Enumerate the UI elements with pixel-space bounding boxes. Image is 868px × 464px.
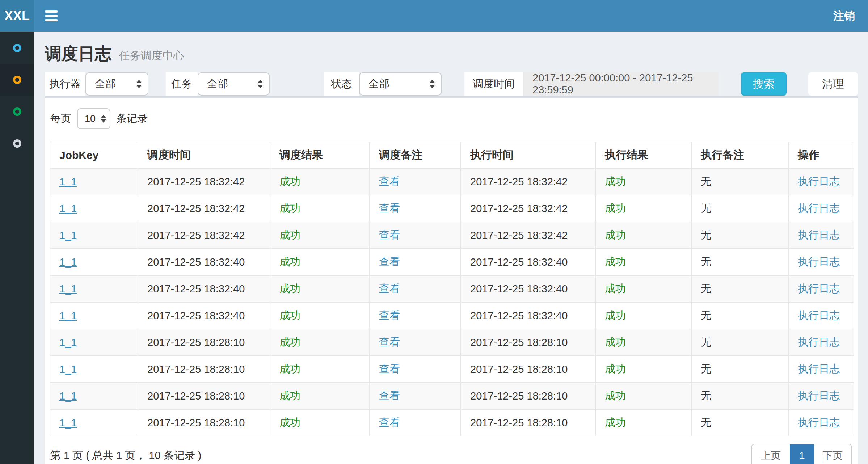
jobkey-link[interactable]: 1_1 bbox=[59, 203, 77, 214]
jobkey-link[interactable]: 1_1 bbox=[59, 229, 77, 241]
view-link[interactable]: 查看 bbox=[379, 390, 400, 401]
pagination-page-1-button[interactable]: 1 bbox=[790, 444, 814, 464]
status-filter-select[interactable]: 全部 bbox=[359, 72, 442, 96]
handle-time-cell-cell: 2017-12-25 18:32:42 bbox=[461, 168, 595, 195]
trigger-time-range-input[interactable]: 2017-12-25 00:00:00 - 2017-12-25 23:59:5… bbox=[523, 72, 719, 96]
table-row: 1_12017-12-25 18:32:40成功查看2017-12-25 18:… bbox=[50, 302, 854, 329]
trigger-result: 成功 bbox=[279, 202, 300, 214]
view-link-cell: 查看 bbox=[370, 356, 461, 383]
handle-time-cell: 2017-12-25 18:32:40 bbox=[470, 256, 568, 268]
handle-time-cell: 2017-12-25 18:28:10 bbox=[470, 337, 568, 348]
jobkey-link[interactable]: 1_1 bbox=[59, 283, 77, 295]
trigger-time-cell-cell: 2017-12-25 18:28:10 bbox=[138, 383, 270, 409]
table-header-row: JobKey调度时间调度结果调度备注执行时间执行结果执行备注操作 bbox=[50, 142, 854, 168]
handle-time-cell-cell: 2017-12-25 18:32:42 bbox=[461, 222, 595, 249]
exec-log-link[interactable]: 执行日志 bbox=[798, 309, 840, 321]
jobkey-link-cell: 1_1 bbox=[50, 275, 138, 302]
handle-time-cell-cell: 2017-12-25 18:32:40 bbox=[461, 302, 595, 329]
jobkey-link[interactable]: 1_1 bbox=[59, 390, 77, 402]
top-navbar: XXL 注销 bbox=[0, 0, 868, 32]
exec-log-link[interactable]: 执行日志 bbox=[798, 256, 840, 267]
jobkey-link[interactable]: 1_1 bbox=[59, 256, 77, 268]
handle-result-cell: 成功 bbox=[595, 168, 691, 195]
status-filter-value: 全部 bbox=[368, 77, 424, 91]
trigger-time-cell-cell: 2017-12-25 18:32:42 bbox=[138, 222, 270, 249]
trigger-result: 成功 bbox=[279, 336, 300, 348]
navbar-main: 注销 bbox=[34, 0, 868, 32]
view-link[interactable]: 查看 bbox=[379, 202, 400, 214]
handle-msg-cell: 无 bbox=[701, 417, 711, 428]
view-link[interactable]: 查看 bbox=[379, 256, 400, 267]
handle-msg-cell-cell: 无 bbox=[691, 222, 788, 249]
handle-result: 成功 bbox=[605, 202, 626, 214]
sidebar-item-1[interactable] bbox=[0, 32, 34, 64]
view-link[interactable]: 查看 bbox=[379, 176, 400, 187]
sidebar-toggle-button[interactable] bbox=[34, 0, 69, 32]
logout-link[interactable]: 注销 bbox=[833, 9, 868, 24]
jobkey-link[interactable]: 1_1 bbox=[59, 337, 77, 348]
pagination-next-button[interactable]: 下页 bbox=[814, 444, 851, 464]
exec-log-link[interactable]: 执行日志 bbox=[798, 336, 840, 348]
job-filter-group: 任务 全部 bbox=[166, 72, 270, 96]
executor-filter-value: 全部 bbox=[95, 77, 131, 91]
trigger-time-cell: 2017-12-25 18:28:10 bbox=[147, 417, 245, 429]
handle-msg-cell: 无 bbox=[701, 202, 711, 214]
handle-msg-cell: 无 bbox=[701, 363, 711, 375]
view-link[interactable]: 查看 bbox=[379, 417, 400, 428]
exec-log-link[interactable]: 执行日志 bbox=[798, 363, 840, 375]
view-link[interactable]: 查看 bbox=[379, 309, 400, 321]
table-row: 1_12017-12-25 18:32:42成功查看2017-12-25 18:… bbox=[50, 195, 854, 222]
view-link-cell: 查看 bbox=[370, 249, 461, 275]
handle-time-cell: 2017-12-25 18:28:10 bbox=[470, 417, 568, 429]
view-link[interactable]: 查看 bbox=[379, 283, 400, 294]
exec-log-link[interactable]: 执行日志 bbox=[798, 390, 840, 401]
executor-filter-select[interactable]: 全部 bbox=[85, 72, 148, 96]
view-link-cell: 查看 bbox=[370, 302, 461, 329]
trigger-time-cell: 2017-12-25 18:28:10 bbox=[147, 363, 245, 375]
jobkey-link[interactable]: 1_1 bbox=[59, 363, 77, 375]
trigger-time-cell-cell: 2017-12-25 18:32:40 bbox=[138, 249, 270, 275]
handle-msg-cell: 无 bbox=[701, 390, 711, 401]
trigger-time-filter-label: 调度时间 bbox=[464, 72, 523, 96]
jobkey-link[interactable]: 1_1 bbox=[59, 310, 77, 321]
circle-outline-icon bbox=[13, 107, 21, 116]
handle-result-cell: 成功 bbox=[595, 356, 691, 383]
exec-log-link[interactable]: 执行日志 bbox=[798, 202, 840, 214]
exec-log-link[interactable]: 执行日志 bbox=[798, 176, 840, 187]
jobkey-link-cell: 1_1 bbox=[50, 409, 138, 436]
trigger-time-cell: 2017-12-25 18:32:42 bbox=[147, 203, 245, 214]
pagination-prev-button[interactable]: 上页 bbox=[752, 444, 790, 464]
sidebar-item-3[interactable] bbox=[0, 96, 34, 127]
view-link[interactable]: 查看 bbox=[379, 336, 400, 348]
dispatch-log-table: JobKey调度时间调度结果调度备注执行时间执行结果执行备注操作 1_12017… bbox=[50, 142, 854, 436]
handle-result-cell: 成功 bbox=[595, 302, 691, 329]
exec-log-link[interactable]: 执行日志 bbox=[798, 283, 840, 294]
trigger-time-filter-group: 调度时间 2017-12-25 00:00:00 - 2017-12-25 23… bbox=[464, 72, 719, 96]
hamburger-icon bbox=[45, 19, 58, 21]
trigger-result-cell: 成功 bbox=[270, 275, 370, 302]
jobkey-link[interactable]: 1_1 bbox=[59, 176, 77, 187]
handle-msg-cell: 无 bbox=[701, 336, 711, 348]
view-link[interactable]: 查看 bbox=[379, 229, 400, 241]
select-arrows-icon bbox=[429, 80, 435, 88]
job-filter-select[interactable]: 全部 bbox=[198, 72, 270, 96]
search-button[interactable]: 搜索 bbox=[741, 72, 787, 96]
handle-result-cell: 成功 bbox=[595, 195, 691, 222]
exec-log-link-cell: 执行日志 bbox=[788, 302, 854, 329]
sidebar-item-4[interactable] bbox=[0, 127, 34, 159]
trigger-time-cell: 2017-12-25 18:32:40 bbox=[147, 310, 245, 321]
main-content: 调度日志 任务调度中心 执行器 全部 任务 全部 状态 全部 bbox=[34, 32, 868, 464]
select-arrows-icon bbox=[257, 80, 263, 88]
exec-log-link[interactable]: 执行日志 bbox=[798, 417, 840, 428]
column-header: 调度备注 bbox=[370, 142, 461, 168]
page-size-select[interactable]: 10 bbox=[77, 108, 110, 129]
trigger-time-cell-cell: 2017-12-25 18:32:40 bbox=[138, 302, 270, 329]
clear-button[interactable]: 清理 bbox=[808, 72, 858, 96]
view-link[interactable]: 查看 bbox=[379, 363, 400, 375]
trigger-result: 成功 bbox=[279, 363, 300, 375]
jobkey-link[interactable]: 1_1 bbox=[59, 417, 77, 429]
exec-log-link[interactable]: 执行日志 bbox=[798, 229, 840, 241]
handle-time-cell-cell: 2017-12-25 18:28:10 bbox=[461, 409, 595, 436]
job-filter-label: 任务 bbox=[166, 72, 198, 96]
sidebar-item-2[interactable] bbox=[0, 64, 34, 96]
